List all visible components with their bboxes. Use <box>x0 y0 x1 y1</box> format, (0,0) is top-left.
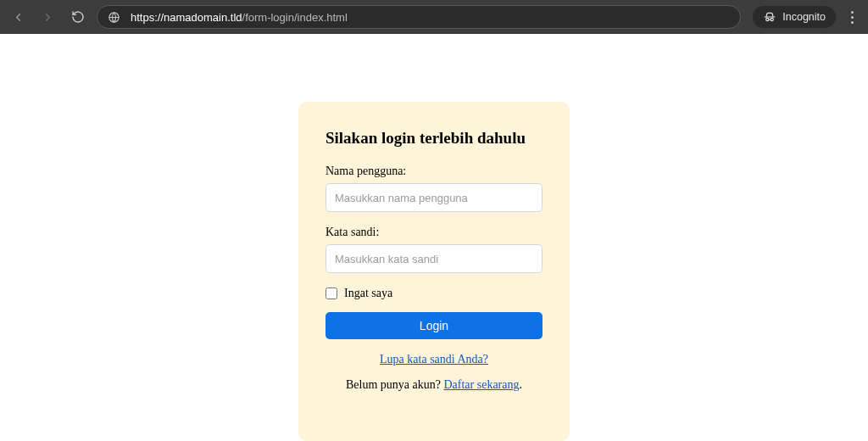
nav-controls <box>8 10 85 24</box>
address-bar[interactable]: https://namadomain.tld/form-login/index.… <box>97 5 741 29</box>
arrow-right-icon <box>42 11 54 24</box>
browser-top-bar: https://namadomain.tld/form-login/index.… <box>0 0 868 34</box>
menu-dot-icon <box>851 11 854 14</box>
forgot-password-row: Lupa kata sandi Anda? <box>326 353 542 366</box>
browser-right-controls: Incognito <box>753 6 860 28</box>
username-group: Nama pengguna: <box>326 165 542 212</box>
login-button[interactable]: Login <box>326 312 542 339</box>
back-button[interactable] <box>12 11 25 24</box>
remember-me-row[interactable]: Ingat saya <box>326 287 542 300</box>
login-card: Silakan login terlebih dahulu Nama pengg… <box>298 102 570 441</box>
remember-me-checkbox[interactable] <box>326 287 337 299</box>
menu-dot-icon <box>851 21 854 24</box>
url-path: /form-login/index.html <box>242 11 348 24</box>
password-input[interactable] <box>326 244 542 273</box>
incognito-icon <box>763 10 776 24</box>
arrow-left-icon <box>12 11 25 24</box>
remember-me-label: Ingat saya <box>344 287 392 300</box>
url-text: https://namadomain.tld/form-login/index.… <box>131 11 348 24</box>
login-heading: Silakan login terlebih dahulu <box>326 129 542 148</box>
signup-row: Belum punya akun? Daftar sekarang. <box>326 378 542 392</box>
password-group: Kata sandi: <box>326 226 542 273</box>
password-label: Kata sandi: <box>326 226 542 239</box>
reload-button[interactable] <box>71 10 85 24</box>
signup-prefix: Belum punya akun? <box>346 378 443 391</box>
globe-icon <box>108 11 120 24</box>
url-host: https://namadomain.tld <box>131 11 242 24</box>
signup-suffix: . <box>520 378 523 391</box>
username-input[interactable] <box>326 183 542 212</box>
reload-icon <box>71 10 85 24</box>
browser-menu-button[interactable] <box>846 11 860 24</box>
incognito-badge[interactable]: Incognito <box>753 6 836 28</box>
signup-link[interactable]: Daftar sekarang <box>443 378 519 391</box>
incognito-label: Incognito <box>782 11 826 23</box>
forward-button[interactable] <box>42 11 54 24</box>
menu-dot-icon <box>851 16 854 19</box>
page-content: Silakan login terlebih dahulu Nama pengg… <box>0 34 868 441</box>
forgot-password-link[interactable]: Lupa kata sandi Anda? <box>380 353 488 366</box>
username-label: Nama pengguna: <box>326 165 542 178</box>
